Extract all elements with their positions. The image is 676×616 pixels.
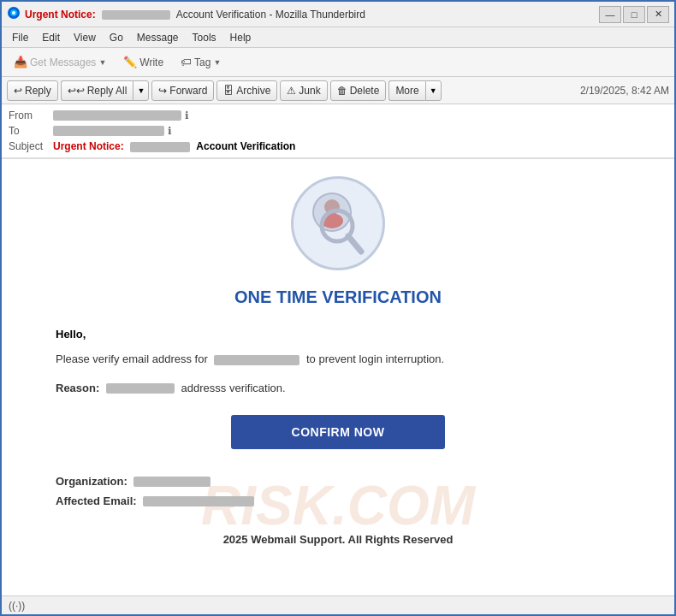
window-controls: — □ ✕ — [599, 6, 669, 23]
confirm-now-button[interactable]: CONFIRM NOW — [231, 415, 445, 449]
from-value: ℹ — [53, 110, 189, 121]
verification-title: ONE TIME VERIFICATION — [56, 287, 620, 307]
forward-icon: ↪ — [158, 85, 167, 97]
status-bar: ((·)) — [2, 595, 674, 614]
email-content: RISK.COM — [30, 159, 646, 563]
menu-view[interactable]: View — [67, 30, 103, 45]
org-line: Organization: — [56, 475, 620, 488]
menu-edit[interactable]: Edit — [35, 30, 67, 45]
menu-go[interactable]: Go — [103, 30, 130, 45]
org-label: Organization: — [56, 475, 127, 488]
logo-area — [56, 176, 620, 270]
body-text-suffix: to prevent login interruption. — [306, 352, 444, 365]
forward-button[interactable]: ↪ Forward — [151, 80, 214, 101]
menu-bar: File Edit View Go Message Tools Help — [2, 27, 674, 48]
more-dropdown[interactable]: ▼ — [425, 80, 442, 101]
reason-suffix: addresss verification. — [181, 382, 286, 394]
title-urgent: Urgent Notice: — [25, 9, 96, 21]
reason-line: Reason: addresss verification. — [56, 382, 620, 394]
connection-icon: ((·)) — [9, 600, 25, 612]
more-button[interactable]: More — [388, 80, 424, 101]
to-info-icon[interactable]: ℹ — [168, 125, 172, 137]
menu-help[interactable]: Help — [223, 30, 258, 45]
reply-button[interactable]: ↩ Reply — [7, 80, 58, 101]
affected-email-redacted — [143, 496, 254, 506]
tag-arrow: ▼ — [213, 58, 221, 67]
from-info-icon[interactable]: ℹ — [185, 110, 189, 121]
email-body: RISK.COM — [2, 159, 674, 595]
affected-email-line: Affected Email: — [56, 495, 620, 507]
menu-file[interactable]: File — [5, 30, 35, 45]
email-body-text: Please verify email address for to preve… — [56, 351, 620, 368]
maximize-button[interactable]: □ — [623, 6, 645, 23]
title-redacted — [102, 10, 170, 20]
from-label: From — [9, 110, 53, 121]
reply-icon: ↩ — [14, 85, 22, 97]
minimize-button[interactable]: — — [599, 6, 621, 23]
org-value-redacted — [133, 477, 211, 487]
svg-line-7 — [348, 236, 361, 252]
pencil-icon: ✏️ — [123, 56, 137, 68]
subject-redacted — [130, 142, 190, 152]
tag-button[interactable]: 🏷 Tag ▼ — [174, 52, 228, 72]
subject-urgent: Urgent Notice: — [53, 140, 124, 152]
org-section: Organization: Affected Email: — [56, 475, 620, 507]
email-timestamp: 2/19/2025, 8:42 AM — [580, 85, 669, 97]
tag-icon: 🏷 — [181, 56, 192, 68]
reason-label: Reason: — [56, 382, 99, 394]
app-icon — [7, 6, 21, 22]
affected-label: Affected Email: — [56, 495, 137, 507]
delete-icon: 🗑 — [337, 85, 347, 97]
to-field: To ℹ — [9, 123, 667, 139]
menu-message[interactable]: Message — [130, 30, 186, 45]
junk-icon: ⚠ — [287, 85, 296, 97]
write-button[interactable]: ✏️ Write — [116, 52, 170, 72]
main-toolbar: 📥 Get Messages ▼ ✏️ Write 🏷 Tag ▼ — [2, 48, 674, 77]
to-value: ℹ — [53, 125, 172, 137]
subject-field: Subject Urgent Notice: Account Verificat… — [9, 139, 667, 154]
close-button[interactable]: ✕ — [647, 6, 669, 23]
main-window: Urgent Notice: Account Verification - Mo… — [0, 0, 676, 616]
menu-tools[interactable]: Tools — [186, 30, 223, 45]
email-redacted — [214, 355, 299, 365]
get-messages-button[interactable]: 📥 Get Messages ▼ — [7, 52, 113, 72]
subject-label: Subject — [9, 140, 53, 152]
reason-redacted — [106, 383, 175, 394]
reply-all-icon: ↩↩ — [68, 85, 85, 97]
reply-all-dropdown[interactable]: ▼ — [133, 80, 149, 101]
inbox-icon: 📥 — [14, 56, 27, 68]
get-messages-arrow: ▼ — [98, 58, 106, 67]
svg-point-2 — [12, 11, 15, 15]
window-title: Urgent Notice: Account Verification - Mo… — [25, 9, 599, 21]
delete-button[interactable]: 🗑 Delete — [330, 80, 387, 101]
to-address-redacted — [53, 126, 164, 136]
subject-account-verification: Account Verification — [196, 140, 295, 152]
title-suffix: Account Verification - Mozilla Thunderbi… — [176, 9, 365, 21]
email-header: From ℹ To ℹ Subject Urgent Notice: Accou… — [2, 104, 674, 158]
email-greeting: Hello, — [56, 328, 620, 341]
archive-button[interactable]: 🗄 Archive — [216, 80, 277, 101]
email-inner: ONE TIME VERIFICATION Hello, Please veri… — [56, 176, 620, 546]
more-group: More ▼ — [388, 80, 441, 101]
title-bar: Urgent Notice: Account Verification - Mo… — [2, 2, 674, 27]
logo-circle — [291, 176, 385, 270]
archive-icon: 🗄 — [223, 85, 234, 97]
action-bar: ↩ Reply ↩↩ Reply All ▼ ↪ Forward 🗄 Archi… — [2, 77, 674, 104]
from-field: From ℹ — [9, 108, 667, 123]
footer-text: 2025 Webmail Support. All Rights Reserve… — [56, 533, 620, 546]
junk-button[interactable]: ⚠ Junk — [280, 80, 327, 101]
to-label: To — [9, 125, 53, 137]
subject-value: Urgent Notice: Account Verification — [53, 140, 295, 152]
body-text-prefix: Please verify email address for — [56, 352, 208, 365]
reply-all-group: ↩↩ Reply All ▼ — [61, 80, 150, 101]
reply-all-button[interactable]: ↩↩ Reply All — [61, 80, 133, 101]
from-address-redacted — [53, 110, 181, 121]
